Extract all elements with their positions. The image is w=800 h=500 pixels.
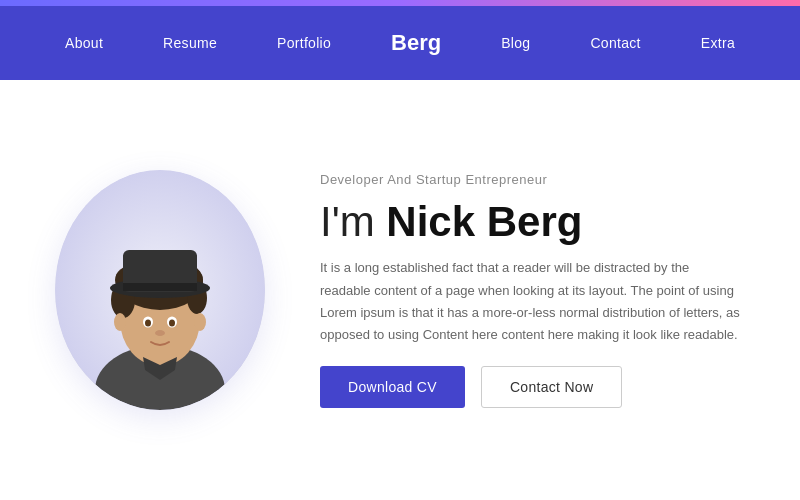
hero-heading: I'm Nick Berg [320,199,740,245]
nav-item-contact[interactable]: Contact [560,35,670,51]
avatar-container [50,160,270,420]
svg-rect-12 [123,283,197,291]
hero-subtitle: Developer And Startup Entrepreneur [320,172,740,187]
nav-brand[interactable]: Berg [361,30,471,56]
avatar [55,170,265,410]
svg-point-18 [114,313,126,331]
svg-point-19 [194,313,206,331]
nav-item-about[interactable]: About [35,35,133,51]
page-wrapper: About Resume Portfolio Berg Blog Contact… [0,0,800,500]
nav-item-portfolio[interactable]: Portfolio [247,35,361,51]
nav-item-resume[interactable]: Resume [133,35,247,51]
hero-description: It is a long established fact that a rea… [320,257,740,345]
svg-point-17 [155,330,165,336]
hero-heading-plain: I'm [320,198,386,245]
hero-content: Developer And Startup Entrepreneur I'm N… [320,172,740,408]
download-cv-button[interactable]: Download CV [320,366,465,408]
hero-heading-bold: Nick Berg [386,198,582,245]
navbar: About Resume Portfolio Berg Blog Contact… [0,6,800,80]
contact-now-button[interactable]: Contact Now [481,366,622,408]
nav-item-extra[interactable]: Extra [671,35,765,51]
button-group: Download CV Contact Now [320,366,740,408]
svg-point-15 [145,320,151,327]
svg-point-16 [169,320,175,327]
nav-item-blog[interactable]: Blog [471,35,560,51]
main-content: Developer And Startup Entrepreneur I'm N… [0,80,800,500]
nav-items: About Resume Portfolio Berg Blog Contact… [40,30,760,56]
